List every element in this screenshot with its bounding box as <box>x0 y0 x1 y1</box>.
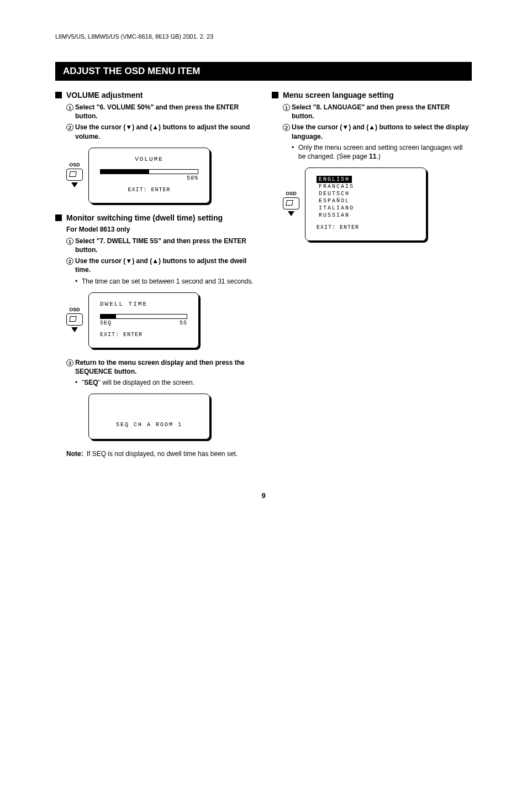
lang-step-2-text: Use the cursor (▼) and (▲) buttons to se… <box>292 123 472 140</box>
osd-button-icon <box>66 313 83 326</box>
volume-value: 50% <box>100 175 198 181</box>
language-list: ENGLISH FRANCAIS DEUTSCH ESPAÑOL ITALIAN… <box>317 176 415 219</box>
bullet-dot-icon: • <box>75 378 82 387</box>
language-heading-text: Menu screen language setting <box>283 91 394 99</box>
dwell-step-1-text: Select "7. DWELL TIME 5S" and then press… <box>75 237 255 254</box>
osd-label: OSD <box>69 162 80 167</box>
step-number-icon: 1 <box>283 103 292 121</box>
dwell-bar <box>100 314 187 319</box>
left-column: VOLUME adjustment 1 Select "6. VOLUME 50… <box>55 91 255 458</box>
dwell-step-2: 2 Use the cursor (▼) and (▲) buttons to … <box>66 256 255 274</box>
dwell-note: Note: If SEQ is not displayed, no dwell … <box>66 449 255 458</box>
volume-figure: OSD VOLUME 50% EXIT: ENTER <box>66 148 255 203</box>
dwell-bullet-3: • "SEQ" will be displayed on the screen. <box>75 378 255 387</box>
lang-step-2: 2 Use the cursor (▼) and (▲) buttons to … <box>283 123 472 140</box>
osd-button-graphic: OSD <box>283 191 299 218</box>
lang-opt-italiano: ITALIANO <box>317 205 415 212</box>
dwell-bullet-3-text: "SEQ" will be displayed on the screen. <box>82 378 194 387</box>
screen-title: DWELL TIME <box>100 301 187 307</box>
seq-figure: SEQ CH A ROOM 1 <box>88 394 255 439</box>
page-title: ADJUST THE OSD MENU ITEM <box>55 62 472 81</box>
osd-label: OSD <box>69 307 80 312</box>
dwell-figure: OSD DWELL TIME SEQ 5S EXIT: ENTER <box>66 292 255 348</box>
bullet-dot-icon: • <box>75 277 82 286</box>
dwell-bullet-text: The time can be set to between 1 second … <box>82 277 254 286</box>
step-number-icon: 1 <box>66 237 75 254</box>
language-screen: ENGLISH FRANCAIS DEUTSCH ESPAÑOL ITALIAN… <box>305 167 426 241</box>
lang-opt-deutsch: DEUTSCH <box>317 190 415 197</box>
seq-screen-text: SEQ CH A ROOM 1 <box>100 400 198 431</box>
dwell-bullet: • The time can be set to between 1 secon… <box>75 277 255 286</box>
lang-bullet-text: Only the menu screen and setting screen … <box>298 143 472 161</box>
volume-step-2: 2 Use the cursor (▼) and (▲) buttons to … <box>66 123 255 140</box>
volume-heading: VOLUME adjustment <box>55 91 255 99</box>
header-reference: L8MV5/US, L8MW5/US (VMC-8618, 8613 GB) 2… <box>22 33 505 40</box>
square-bullet-icon <box>272 92 278 98</box>
square-bullet-icon <box>55 92 62 98</box>
volume-bar <box>100 169 198 174</box>
osd-button-icon <box>283 197 299 209</box>
screen-exit: EXIT: ENTER <box>100 187 198 193</box>
step-number-icon: 2 <box>66 123 75 140</box>
osd-label: OSD <box>286 191 297 196</box>
note-label: Note: <box>66 449 83 458</box>
step-number-icon: 2 <box>66 256 75 274</box>
screen-exit: EXIT: ENTER <box>317 224 415 230</box>
dwell-heading: Monitor switching time (dwell time) sett… <box>55 213 255 222</box>
volume-step-1: 1 Select "6. VOLUME 50%" and then press … <box>66 103 255 121</box>
lang-step-1-text: Select "8. LANGUAGE" and then press the … <box>292 103 472 121</box>
language-figure: OSD ENGLISH FRANCAIS DEUTSCH ESPAÑOL ITA… <box>283 167 472 241</box>
dwell-step-2-text: Use the cursor (▼) and (▲) buttons to ad… <box>75 256 255 274</box>
step-number-icon: 3 <box>66 358 75 376</box>
arrow-down-icon <box>71 182 78 187</box>
osd-button-graphic: OSD <box>66 307 83 334</box>
osd-button-icon <box>66 169 83 181</box>
square-bullet-icon <box>55 214 62 221</box>
bullet-dot-icon: • <box>292 143 298 161</box>
dwell-model-note: For Model 8613 only <box>66 226 255 233</box>
right-column: Menu screen language setting 1 Select "8… <box>272 91 472 458</box>
step-number-icon: 1 <box>66 103 75 121</box>
dwell-step-3: 3 Return to the menu screen display and … <box>66 358 255 376</box>
dwell-seconds: 5S <box>180 320 187 326</box>
lang-opt-francais: FRANCAIS <box>317 183 415 190</box>
note-text: If SEQ is not displayed, no dwell time h… <box>87 449 238 458</box>
screen-exit: EXIT: ENTER <box>100 332 187 338</box>
page-number: 9 <box>22 491 505 500</box>
dwell-step-3-text: Return to the menu screen display and th… <box>75 358 255 376</box>
language-heading: Menu screen language setting <box>272 91 472 99</box>
seq-screen: SEQ CH A ROOM 1 <box>88 394 210 439</box>
lang-opt-espanol: ESPAÑOL <box>317 197 415 205</box>
dwell-screen: DWELL TIME SEQ 5S EXIT: ENTER <box>88 292 199 348</box>
osd-button-graphic: OSD <box>66 162 83 189</box>
screen-title: VOLUME <box>100 156 198 163</box>
step-number-icon: 2 <box>283 123 292 140</box>
dwell-step-1: 1 Select "7. DWELL TIME 5S" and then pre… <box>66 237 255 254</box>
lang-opt-english: ENGLISH <box>317 176 352 183</box>
arrow-down-icon <box>71 327 78 332</box>
volume-screen: VOLUME 50% EXIT: ENTER <box>88 148 210 203</box>
arrow-down-icon <box>288 211 294 216</box>
volume-step-1-text: Select "6. VOLUME 50%" and then press th… <box>75 103 255 121</box>
lang-opt-russian: RUSSIAN <box>317 212 415 219</box>
dwell-seq-label: SEQ <box>100 320 112 326</box>
volume-step-2-text: Use the cursor (▼) and (▲) buttons to ad… <box>75 123 255 140</box>
volume-heading-text: VOLUME adjustment <box>66 91 143 99</box>
dwell-heading-text: Monitor switching time (dwell time) sett… <box>66 213 223 222</box>
lang-bullet: • Only the menu screen and setting scree… <box>292 143 472 161</box>
lang-step-1: 1 Select "8. LANGUAGE" and then press th… <box>283 103 472 121</box>
